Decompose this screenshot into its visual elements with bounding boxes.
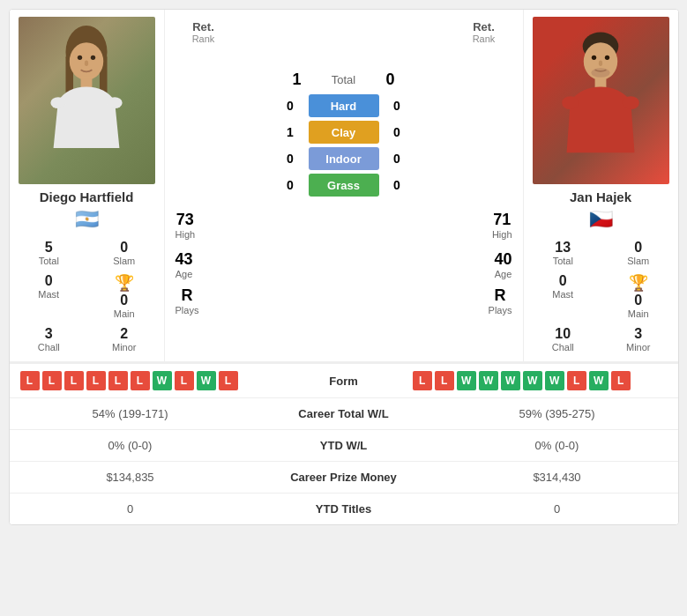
trophy-cell-left: 🏆 0 Main bbox=[88, 271, 161, 321]
form-badge-right: W bbox=[545, 371, 564, 390]
surface-rows: 0 Hard 0 1 Clay 0 0 Indoor 0 0 Grass bbox=[168, 94, 519, 197]
bottom-stats-container: 54% (199-171)Career Total W/L59% (395-27… bbox=[10, 397, 678, 524]
stat-left-2: $134,835 bbox=[24, 471, 237, 484]
stat-row-1: 0% (0-0)YTD W/L0% (0-0) bbox=[10, 429, 678, 461]
minor-value-left: 2 bbox=[90, 326, 159, 342]
clay-row: 1 Clay 0 bbox=[168, 121, 519, 144]
age-value-left: 43 bbox=[175, 250, 193, 269]
rank-ret-left: Ret. bbox=[168, 20, 239, 33]
chall-value-left: 3 bbox=[15, 326, 84, 342]
hard-badge: Hard bbox=[309, 94, 379, 117]
age-label-right: Age bbox=[494, 269, 512, 279]
mast-value-left: 0 bbox=[15, 273, 84, 289]
svg-point-9 bbox=[108, 97, 123, 108]
svg-point-14 bbox=[591, 68, 609, 78]
chall-label-right: Chall bbox=[529, 342, 598, 353]
indoor-row: 0 Indoor 0 bbox=[168, 147, 519, 170]
plays-value-right: R bbox=[489, 286, 512, 305]
main-value-left: 0 bbox=[120, 293, 128, 308]
form-badge-right: W bbox=[479, 371, 498, 390]
form-badge-left: W bbox=[197, 371, 216, 390]
grass-row: 0 Grass 0 bbox=[168, 174, 519, 197]
flag-right: 🇨🇿 bbox=[589, 208, 613, 231]
hard-right: 0 bbox=[386, 99, 408, 113]
total-label-right: Total bbox=[529, 256, 598, 266]
form-badge-right: L bbox=[413, 371, 432, 390]
grass-badge: Grass bbox=[309, 174, 379, 197]
age-label-left: Age bbox=[175, 269, 193, 279]
form-badge-left: L bbox=[131, 371, 150, 390]
stat-right-3: 0 bbox=[451, 502, 664, 516]
stat-center-3: YTD Titles bbox=[237, 502, 451, 516]
indoor-left: 0 bbox=[280, 152, 302, 166]
svg-point-6 bbox=[85, 60, 88, 65]
svg-point-15 bbox=[599, 60, 602, 65]
age-stat-right: 40 Age bbox=[494, 250, 512, 279]
slam-label-left: Slam bbox=[90, 256, 159, 266]
top-section: Diego Hartfield 🇦🇷 5 Total 0 Slam 0 Mast… bbox=[10, 10, 678, 363]
stat-right-1: 0% (0-0) bbox=[451, 439, 664, 452]
high-value-left: 73 bbox=[175, 211, 196, 229]
total-score-right: 0 bbox=[377, 71, 404, 89]
form-badges-right: LLWWWWWLWL bbox=[413, 371, 668, 390]
plays-stat-left: R Plays bbox=[175, 286, 199, 315]
minor-label-right: Minor bbox=[604, 342, 673, 353]
chall-cell-left: 3 Chall bbox=[13, 324, 86, 354]
plays-label-right: Plays bbox=[489, 305, 512, 315]
form-badge-right: W bbox=[523, 371, 542, 390]
main-card: Diego Hartfield 🇦🇷 5 Total 0 Slam 0 Mast… bbox=[9, 9, 679, 525]
indoor-right: 0 bbox=[386, 152, 408, 166]
mast-label-left: Mast bbox=[15, 289, 84, 300]
trophy-cell-right: 🏆 0 Main bbox=[602, 271, 675, 321]
player-photo-left bbox=[19, 17, 155, 184]
stat-left-0: 54% (199-171) bbox=[24, 407, 237, 420]
player-name-right: Jan Hajek bbox=[570, 189, 631, 204]
total-score-left: 1 bbox=[284, 71, 310, 89]
svg-point-13 bbox=[605, 55, 609, 59]
form-badges-left: LLLLLLWLWL bbox=[20, 371, 275, 390]
chall-label-left: Chall bbox=[15, 342, 84, 353]
form-label: Form bbox=[280, 375, 407, 388]
form-badge-right: L bbox=[611, 371, 631, 390]
form-badge-left: L bbox=[175, 371, 194, 390]
slam-label-right: Slam bbox=[604, 256, 673, 266]
form-badge-left: L bbox=[86, 371, 106, 390]
plays-stat-right: R Plays bbox=[489, 286, 512, 315]
high-stat-left: 73 High bbox=[175, 211, 196, 240]
form-badge-left: L bbox=[64, 371, 84, 390]
age-stat-left: 43 Age bbox=[175, 250, 193, 279]
svg-point-8 bbox=[50, 97, 65, 108]
stat-center-0: Career Total W/L bbox=[237, 407, 451, 420]
form-badge-right: L bbox=[567, 371, 586, 390]
hard-row: 0 Hard 0 bbox=[168, 94, 519, 117]
middle-section: Ret. Rank Ret. Rank 1 Total 0 0 Hard 0 bbox=[164, 10, 524, 361]
total-cell-left: 5 Total bbox=[13, 238, 86, 268]
minor-value-right: 3 bbox=[604, 326, 673, 342]
form-badge-right: L bbox=[435, 371, 454, 390]
flag-left: 🇦🇷 bbox=[75, 208, 99, 231]
rank-ret-right: Ret. bbox=[449, 20, 519, 33]
rank-label-right: Rank bbox=[449, 33, 519, 44]
trophy-icon-right: 🏆 bbox=[629, 273, 648, 293]
player-name-left: Diego Hartfield bbox=[40, 189, 134, 204]
svg-point-18 bbox=[623, 96, 639, 109]
stat-left-1: 0% (0-0) bbox=[24, 439, 237, 452]
stat-row-0: 54% (199-171)Career Total W/L59% (395-27… bbox=[10, 397, 678, 429]
plays-label-left: Plays bbox=[175, 305, 199, 315]
form-badge-right: W bbox=[589, 371, 609, 390]
clay-right: 0 bbox=[386, 125, 408, 139]
form-badge-left: L bbox=[219, 371, 238, 390]
total-value-left: 5 bbox=[15, 240, 84, 256]
mast-label-right: Mast bbox=[529, 289, 598, 300]
stat-center-1: YTD W/L bbox=[237, 439, 451, 452]
stat-left-3: 0 bbox=[24, 502, 237, 516]
svg-point-12 bbox=[592, 55, 596, 59]
indoor-badge: Indoor bbox=[309, 147, 379, 170]
svg-point-5 bbox=[91, 55, 95, 59]
grass-left: 0 bbox=[280, 178, 302, 192]
svg-rect-16 bbox=[595, 78, 607, 87]
form-badge-right: W bbox=[457, 371, 476, 390]
hard-left: 0 bbox=[280, 99, 302, 113]
age-value-right: 40 bbox=[494, 250, 512, 269]
bottom-section: LLLLLLWLWL Form LLWWWWWLWL 54% (199-171)… bbox=[10, 363, 678, 524]
